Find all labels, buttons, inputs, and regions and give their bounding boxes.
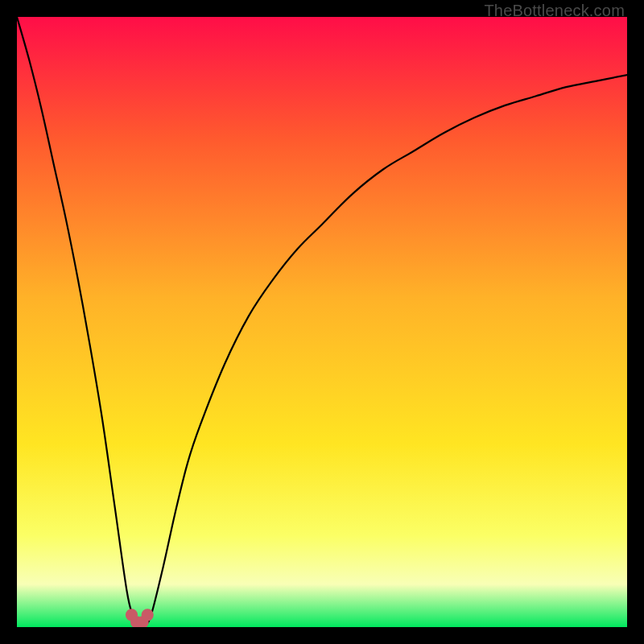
bottleneck-curve [17,17,627,625]
plot-area [17,17,627,627]
chart-stage: TheBottleneck.com [0,0,644,644]
curve-layer [17,17,627,627]
watermark-text: TheBottleneck.com [484,2,625,20]
min-marker-group [126,609,154,627]
min-marker [142,609,154,621]
